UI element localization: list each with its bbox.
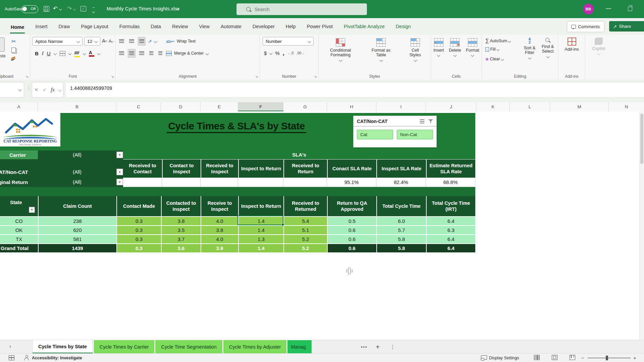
format-painter-icon[interactable] (11, 56, 16, 60)
tab-design[interactable]: Design (395, 22, 412, 31)
cell[interactable]: 0.3 (116, 216, 161, 225)
autosave-toggle[interactable]: Off (21, 5, 38, 13)
cell[interactable]: 6.4 (426, 234, 475, 243)
cell[interactable] (123, 178, 162, 187)
cell[interactable]: 5.7 (376, 225, 426, 234)
align-center-icon[interactable] (128, 49, 136, 58)
decrease-indent-icon[interactable] (148, 49, 155, 58)
decrease-decimal-icon[interactable]: .00→ (297, 51, 305, 55)
borders-icon[interactable] (60, 51, 65, 56)
cell[interactable]: 5.8 (376, 234, 426, 243)
display-settings-icon[interactable] (481, 355, 487, 360)
fx-dropdown-icon[interactable] (58, 88, 61, 92)
vertical-scrollbar[interactable] (639, 112, 644, 340)
sheet-tab-cycle-times-by-carrier[interactable]: Cycle Times by Carrier (94, 340, 155, 354)
cell[interactable]: 82.4% (376, 178, 426, 187)
bottom-align-icon[interactable] (138, 37, 146, 46)
cell[interactable]: 1439 (38, 243, 116, 252)
fill-color-icon[interactable] (74, 50, 80, 57)
macro-record-icon[interactable] (9, 355, 14, 360)
original-return-filter-dropdown[interactable]: ▾ (116, 179, 123, 185)
middle-align-icon[interactable] (128, 37, 136, 46)
carrier-filter-dropdown[interactable]: ▾ (116, 152, 123, 158)
restore-window-button[interactable] (628, 7, 632, 11)
original-return-filter-value[interactable]: (All) (38, 177, 116, 187)
tab-insert[interactable]: Insert (35, 22, 48, 31)
column-header-h[interactable]: H (327, 102, 376, 111)
cell[interactable]: 3.6 (161, 243, 201, 252)
enter-icon[interactable]: ✓ (43, 87, 47, 93)
customize-view-icon[interactable]: ∕ (80, 6, 86, 11)
currency-icon[interactable]: $ (264, 50, 267, 56)
cell[interactable]: 5.8 (376, 243, 426, 252)
wrap-text-label[interactable]: Wrap Text (177, 39, 196, 44)
underline-button[interactable]: U (47, 51, 51, 56)
zoom-slider-thumb[interactable] (606, 356, 608, 360)
formula-bar-splitter[interactable]: ⋮ (26, 85, 32, 91)
cell[interactable]: 0.6 (327, 243, 376, 252)
comma-style-icon[interactable]: , (283, 50, 284, 57)
cell[interactable]: 6.3 (426, 225, 475, 234)
font-color-dropdown-icon[interactable] (97, 52, 100, 55)
clear-button[interactable]: ◆ Clear (485, 56, 503, 61)
zoom-slider-track[interactable] (588, 358, 631, 358)
cell[interactable]: 0.6 (327, 234, 376, 243)
zoom-out-button[interactable]: − (581, 355, 584, 361)
name-box-dropdown-icon[interactable] (18, 88, 22, 92)
column-header-k[interactable]: K (476, 102, 510, 111)
cell[interactable]: 4.0 (201, 216, 238, 225)
align-left-icon[interactable] (118, 49, 125, 58)
merge-center-label[interactable]: Merge & Center (174, 51, 204, 56)
column-header-c[interactable]: C (116, 102, 161, 111)
column-header-f[interactable]: F (238, 102, 283, 111)
undo-button[interactable]: ↶ (53, 6, 61, 12)
minimize-button[interactable]: — (606, 5, 611, 11)
merge-center-icon[interactable] (166, 51, 172, 56)
delete-cells-button[interactable]: Delete (449, 36, 461, 56)
tab-formulas[interactable]: Formulas (119, 22, 140, 31)
cell[interactable]: CO (0, 216, 38, 225)
slicer-button-cat[interactable]: Cat (357, 130, 393, 139)
addins-button[interactable]: Add-ins (558, 35, 585, 52)
tab-help[interactable]: Help (285, 22, 297, 31)
search-input[interactable] (254, 6, 349, 12)
save-icon[interactable] (44, 6, 49, 12)
sheet-options-icon[interactable]: ⋮ (390, 340, 395, 354)
tab-automate[interactable]: Automate (220, 22, 242, 31)
column-header-n[interactable]: N (609, 102, 644, 111)
format-cells-button[interactable]: Format (466, 36, 479, 56)
cell[interactable]: Grand Total (0, 243, 38, 252)
cell[interactable]: 5.4 (283, 216, 327, 225)
find-select-button[interactable]: Find & Select (540, 35, 556, 58)
align-right-icon[interactable] (138, 49, 146, 58)
paste-icon[interactable] (0, 38, 5, 52)
cell[interactable]: 1.4 (238, 225, 283, 234)
column-header-l[interactable]: L (510, 102, 550, 111)
font-size-select[interactable]: 12 (84, 37, 100, 46)
cell[interactable]: 5.1 (283, 225, 327, 234)
cell[interactable]: 0.3 (116, 234, 161, 243)
increase-decimal-icon[interactable]: ←.0 (287, 51, 293, 55)
copy-icon[interactable] (11, 48, 16, 53)
tab-page-layout[interactable]: Page Layout (80, 22, 109, 31)
tab-data[interactable]: Data (150, 22, 162, 31)
grow-font-icon[interactable]: A (102, 37, 107, 46)
state-filter-dropdown[interactable]: ▾ (29, 207, 35, 213)
normal-view-icon[interactable] (534, 355, 540, 360)
avatar[interactable]: BB (583, 4, 594, 14)
number-format-select[interactable]: Number (263, 37, 314, 46)
clipboard-dialog-launcher[interactable]: ⇘ (26, 75, 29, 78)
document-title[interactable]: Monthly Cycle Times Insights.xlsx (107, 6, 179, 11)
comments-button[interactable]: Comments (567, 21, 604, 32)
page-break-view-icon[interactable] (570, 355, 575, 360)
conditional-formatting-button[interactable]: Conditional Formatting (326, 36, 355, 61)
cell[interactable]: 238 (38, 216, 116, 225)
tab-review[interactable]: Review (171, 22, 189, 31)
cut-icon[interactable]: ✂ (11, 39, 16, 44)
cell[interactable]: 68.8% (426, 178, 475, 187)
tab-pivottable-analyze[interactable]: PivotTable Analyze (343, 22, 385, 31)
page-layout-view-icon[interactable] (552, 355, 557, 360)
font-color-icon[interactable]: A (89, 50, 94, 57)
cell[interactable]: 3.9 (201, 243, 238, 252)
fill-button[interactable]: ↓ Fill (485, 47, 499, 52)
